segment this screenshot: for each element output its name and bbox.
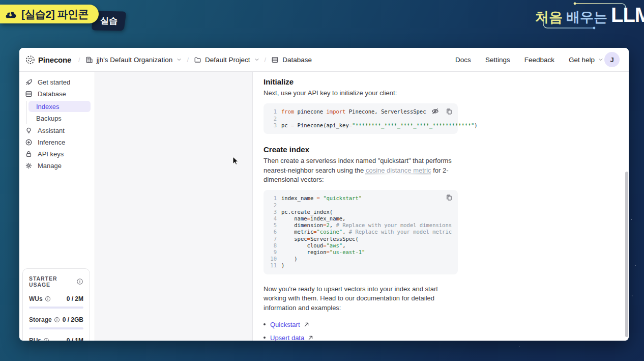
nav-settings[interactable]: Settings bbox=[485, 56, 510, 64]
nav-docs[interactable]: Docs bbox=[455, 56, 471, 64]
rocket-icon bbox=[24, 78, 33, 86]
create-index-title: Create index bbox=[264, 145, 458, 154]
link-quickstart[interactable]: Quickstart bbox=[270, 321, 309, 328]
sidebar-nav: Get startedDatabaseIndexesBackupsAssista… bbox=[19, 76, 95, 172]
folder-icon bbox=[194, 56, 201, 64]
sidebar-item-indexes[interactable]: Indexes bbox=[28, 101, 91, 112]
doc-link-item: Upsert data bbox=[264, 334, 458, 341]
bullet-icon bbox=[264, 337, 266, 339]
initialize-body: Next, use your API key to initialize you… bbox=[264, 89, 458, 98]
info-icon[interactable] bbox=[76, 278, 83, 285]
info-icon[interactable] bbox=[45, 296, 51, 302]
doc-links: Quickstart Upsert data Python SDK refere… bbox=[264, 321, 458, 341]
panel-scrollbar-thumb[interactable] bbox=[625, 172, 628, 337]
sidebar-item-assistant[interactable]: Assistant bbox=[19, 125, 95, 136]
nav-feedback[interactable]: Feedback bbox=[524, 56, 554, 64]
cosine-distance-metric-link[interactable]: cosine distance metric bbox=[366, 166, 431, 174]
inference-icon bbox=[24, 138, 33, 146]
practice-badge-pill: [실습2] 파인콘 bbox=[0, 5, 99, 23]
practice-badge-title: [실습2] 파인콘 bbox=[21, 7, 89, 21]
chevron-down-icon bbox=[254, 57, 259, 62]
copy-icon[interactable] bbox=[446, 194, 453, 201]
copy-icon[interactable] bbox=[446, 107, 453, 115]
external-link-icon bbox=[304, 322, 309, 327]
pinecone-console-window: Pinecone /jjh's Default Organization/Def… bbox=[19, 48, 629, 341]
bullet-icon bbox=[264, 323, 266, 325]
breadcrumb-separator: / bbox=[265, 56, 267, 64]
initialize-code-block[interactable]: 1from pinecone import Pinecone, Serverle… bbox=[264, 103, 458, 134]
sidebar-item-manage[interactable]: Manage bbox=[19, 160, 95, 172]
index-list-empty-area bbox=[95, 72, 252, 341]
lock-icon bbox=[24, 150, 33, 158]
info-icon[interactable] bbox=[54, 317, 60, 323]
usage-row: RUs 0 / 1M bbox=[29, 337, 83, 341]
header-nav: DocsSettingsFeedbackGet help bbox=[455, 56, 603, 64]
mouse-cursor bbox=[232, 156, 240, 168]
usage-row: WUs 0 / 2M bbox=[29, 295, 83, 309]
doc-link-item: Quickstart bbox=[264, 321, 458, 328]
practice-badge: [실습2] 파인콘 실습 bbox=[0, 5, 125, 31]
pinecone-logo-icon bbox=[25, 55, 35, 65]
pinecone-brand[interactable]: Pinecone bbox=[25, 55, 71, 65]
setup-guide-panel: Initialize Next, use your API key to ini… bbox=[252, 72, 629, 341]
cloud-download-icon bbox=[4, 9, 17, 20]
initialize-title: Initialize bbox=[264, 77, 458, 86]
outro-body: Now you're ready to upsert vectors into … bbox=[264, 285, 458, 313]
usage-row: Storage 0 / 2GB bbox=[29, 316, 83, 329]
app-body: Get startedDatabaseIndexesBackupsAssista… bbox=[19, 72, 629, 341]
code-actions bbox=[446, 194, 453, 201]
llm-logo: 처음 배우는 LLM bbox=[528, 2, 641, 30]
create-index-code-block[interactable]: 1index_name = "quickstart"2 3pc.create_i… bbox=[264, 190, 458, 274]
external-link-icon bbox=[308, 335, 313, 341]
sidebar-item-api-keys[interactable]: API keys bbox=[19, 148, 95, 160]
breadcrumb: /jjh's Default Organization/Default Proj… bbox=[73, 56, 312, 64]
background-sparkles bbox=[631, 219, 632, 220]
breadcrumb-item[interactable]: Default Project bbox=[194, 56, 259, 64]
breadcrumb-separator: / bbox=[187, 56, 189, 64]
sidebar-item-database[interactable]: Database bbox=[19, 88, 95, 100]
chevron-down-icon bbox=[598, 57, 603, 62]
avatar[interactable]: J bbox=[604, 52, 620, 67]
breadcrumb-item[interactable]: jjh's Default Organization bbox=[85, 56, 182, 64]
breadcrumb-item[interactable]: Database bbox=[271, 56, 312, 64]
create-index-body: Then create a serverless index named "qu… bbox=[264, 156, 458, 184]
lightbulb-icon bbox=[24, 127, 33, 134]
usage-title: STARTER USAGE bbox=[29, 275, 76, 288]
eye-off-icon[interactable] bbox=[431, 107, 439, 115]
breadcrumb-separator: / bbox=[78, 56, 80, 64]
gear-icon bbox=[24, 162, 33, 170]
database-icon bbox=[24, 90, 33, 98]
sidebar-item-backups[interactable]: Backups bbox=[28, 113, 91, 124]
link-upsert-data[interactable]: Upsert data bbox=[270, 334, 313, 341]
sidebar-subtree: IndexesBackups bbox=[26, 101, 91, 124]
setup-guide-content: Initialize Next, use your API key to ini… bbox=[253, 72, 458, 341]
brand-name: Pinecone bbox=[38, 55, 71, 64]
app-header: Pinecone /jjh's Default Organization/Def… bbox=[19, 48, 629, 72]
database-icon bbox=[271, 56, 279, 64]
sidebar-item-get-started[interactable]: Get started bbox=[19, 76, 95, 88]
sidebar-item-inference[interactable]: Inference bbox=[19, 136, 95, 148]
usage-progress-bar bbox=[29, 327, 83, 329]
sidebar: Get startedDatabaseIndexesBackupsAssista… bbox=[19, 72, 95, 341]
starter-usage-card: STARTER USAGE WUs 0 / 2M Storage bbox=[22, 268, 90, 341]
nav-get-help[interactable]: Get help bbox=[569, 56, 603, 64]
llm-logo-text: 처음 배우는 LLM bbox=[535, 6, 644, 26]
code-actions bbox=[431, 107, 453, 115]
chevron-down-icon bbox=[177, 57, 182, 62]
organization-icon bbox=[85, 56, 93, 64]
info-icon[interactable] bbox=[43, 338, 49, 341]
usage-progress-bar bbox=[29, 307, 83, 309]
